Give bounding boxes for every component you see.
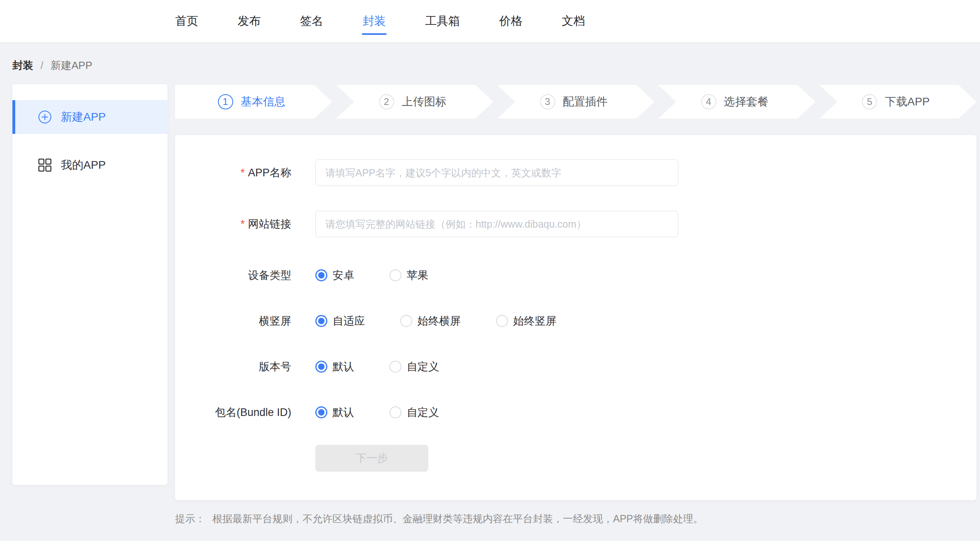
wizard-step-configure-plugins: 3 配置插件: [497, 85, 654, 119]
radio-bundle-default[interactable]: 默认: [315, 405, 354, 420]
radio-label: 始终竖屏: [513, 314, 557, 328]
content-policy-tip: 提示： 根据最新平台规则，不允许区块链虚拟币、金融理财类等违规内容在平台封装，一…: [175, 512, 976, 525]
plus-circle-icon: [38, 110, 52, 124]
field-label-text: APP名称: [248, 167, 291, 179]
form-row-bundle-id: 包名(Bundle ID) 默认 自定义: [175, 399, 976, 426]
form-row-orientation: 横竖屏 自适应 始终横屏 始终竖屏: [175, 308, 976, 334]
radio-circle: [496, 315, 508, 327]
sidebar-item-my-apps[interactable]: 我的APP: [12, 148, 167, 182]
sidebar-item-new-app[interactable]: 新建APP: [12, 100, 167, 134]
breadcrumb-section[interactable]: 封装: [12, 59, 33, 73]
radio-label: 默认: [333, 359, 354, 374]
radio-circle: [315, 315, 327, 327]
nav-item-docs[interactable]: 文档: [562, 13, 585, 29]
field-control: [315, 159, 678, 186]
radio-circle: [315, 406, 327, 418]
field-label: *网站链接: [175, 217, 291, 231]
breadcrumb-current: 新建APP: [50, 59, 92, 73]
radio-circle: [315, 269, 327, 281]
grid-icon: [38, 158, 52, 172]
nav-item-pricing[interactable]: 价格: [499, 13, 522, 29]
step-number: 2: [379, 94, 394, 109]
form-row-version: 版本号 默认 自定义: [175, 353, 976, 380]
step-label: 上传图标: [402, 94, 447, 109]
main-content: 1 基本信息 2 上传图标 3 配置插件 4 选择套餐 5 下载APP *APP…: [175, 85, 976, 525]
sidebar: 新建APP 我的APP: [12, 84, 167, 485]
field-label: 设备类型: [175, 268, 291, 283]
sidebar-item-label: 我的APP: [61, 157, 106, 173]
radio-always-landscape[interactable]: 始终横屏: [400, 314, 461, 328]
version-radio-group: 默认 自定义: [315, 359, 474, 374]
orientation-radio-group: 自适应 始终横屏 始终竖屏: [315, 314, 592, 328]
required-asterisk: *: [240, 167, 245, 179]
radio-label: 苹果: [407, 268, 428, 283]
tip-text: 根据最新平台规则，不允许区块链虚拟币、金融理财类等违规内容在平台封装，一经发现，…: [212, 512, 703, 525]
submit-row: 下一步: [175, 445, 976, 471]
nav-item-publish[interactable]: 发布: [238, 13, 261, 29]
form-row-device-type: 设备类型 安卓 苹果: [175, 262, 976, 289]
field-label-text: 横竖屏: [259, 315, 291, 327]
step-label: 选择套餐: [724, 94, 769, 109]
field-label: 版本号: [175, 359, 291, 374]
radio-always-portrait[interactable]: 始终竖屏: [496, 314, 557, 328]
site-url-input[interactable]: [315, 211, 678, 237]
main-nav: 首页 发布 签名 封装 工具箱 价格 文档: [175, 0, 585, 42]
radio-circle: [389, 406, 401, 418]
radio-label: 自定义: [407, 405, 439, 420]
step-number: 1: [218, 94, 233, 109]
breadcrumb: 封装 / 新建APP: [0, 42, 980, 73]
radio-label: 默认: [333, 405, 354, 420]
wizard-step-select-plan: 4 选择套餐: [658, 85, 815, 119]
sidebar-item-label: 新建APP: [61, 109, 106, 125]
nav-item-home[interactable]: 首页: [175, 13, 198, 29]
device-type-radio-group: 安卓 苹果: [315, 268, 464, 283]
radio-apple[interactable]: 苹果: [389, 268, 428, 283]
radio-auto-rotate[interactable]: 自适应: [315, 314, 365, 328]
radio-version-default[interactable]: 默认: [315, 359, 354, 374]
radio-label: 自定义: [407, 359, 439, 374]
step-number: 4: [701, 94, 716, 109]
step-number: 5: [862, 94, 877, 109]
step-wizard: 1 基本信息 2 上传图标 3 配置插件 4 选择套餐 5 下载APP: [175, 85, 976, 119]
radio-circle: [400, 315, 412, 327]
radio-label: 始终横屏: [417, 314, 461, 328]
nav-item-package[interactable]: 封装: [363, 13, 386, 29]
field-label-text: 设备类型: [248, 269, 291, 281]
breadcrumb-separator: /: [40, 59, 43, 72]
tip-prefix: 提示：: [175, 512, 205, 525]
radio-circle: [389, 269, 401, 281]
nav-item-toolbox[interactable]: 工具箱: [425, 13, 460, 29]
form-row-app-name: *APP名称: [175, 159, 976, 186]
form-card: *APP名称 *网站链接 设备类型 安卓 苹果: [175, 135, 976, 500]
radio-circle: [389, 361, 401, 373]
radio-label: 安卓: [333, 268, 354, 283]
top-nav: 首页 发布 签名 封装 工具箱 价格 文档: [0, 0, 980, 42]
field-label-text: 包名(Bundle ID): [215, 406, 291, 418]
field-label: *APP名称: [175, 166, 291, 180]
field-label-text: 版本号: [259, 361, 291, 373]
next-step-button[interactable]: 下一步: [315, 445, 428, 472]
bundle-id-radio-group: 默认 自定义: [315, 405, 474, 420]
field-label: 横竖屏: [175, 314, 291, 328]
wizard-step-upload-icon: 2 上传图标: [336, 85, 493, 119]
wizard-step-basic-info: 1 基本信息: [175, 85, 332, 119]
form-row-site-url: *网站链接: [175, 211, 976, 237]
wizard-step-download-app: 5 下载APP: [819, 85, 976, 119]
step-label: 下载APP: [885, 94, 930, 109]
required-asterisk: *: [240, 218, 245, 230]
field-label-text: 网站链接: [248, 218, 291, 230]
nav-item-sign[interactable]: 签名: [300, 13, 323, 29]
step-label: 配置插件: [563, 94, 608, 109]
radio-version-custom[interactable]: 自定义: [389, 359, 439, 374]
app-name-input[interactable]: [315, 159, 678, 186]
radio-android[interactable]: 安卓: [315, 268, 354, 283]
field-control: [315, 211, 678, 237]
step-number: 3: [540, 94, 555, 109]
radio-bundle-custom[interactable]: 自定义: [389, 405, 439, 420]
radio-circle: [315, 361, 327, 373]
radio-label: 自适应: [333, 314, 365, 328]
field-label: 包名(Bundle ID): [175, 405, 291, 420]
step-label: 基本信息: [241, 94, 286, 109]
